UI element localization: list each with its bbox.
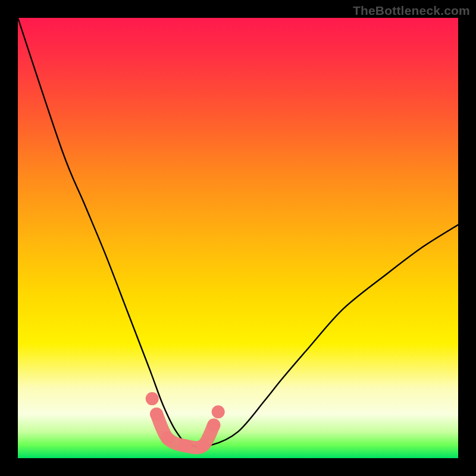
marker-dot: [161, 432, 174, 445]
marker-dot: [196, 439, 209, 452]
marker-dot: [146, 392, 159, 405]
marker-dot: [207, 419, 220, 432]
chart-frame: TheBottleneck.com: [0, 0, 476, 476]
attribution-link[interactable]: TheBottleneck.com: [353, 4, 470, 18]
marker-dot: [150, 408, 163, 421]
marker-dot: [212, 405, 225, 418]
chart-svg: [18, 18, 458, 458]
marker-dot: [178, 439, 192, 452]
plot-wrap: [18, 18, 458, 458]
bottleneck-curve: [18, 18, 458, 447]
